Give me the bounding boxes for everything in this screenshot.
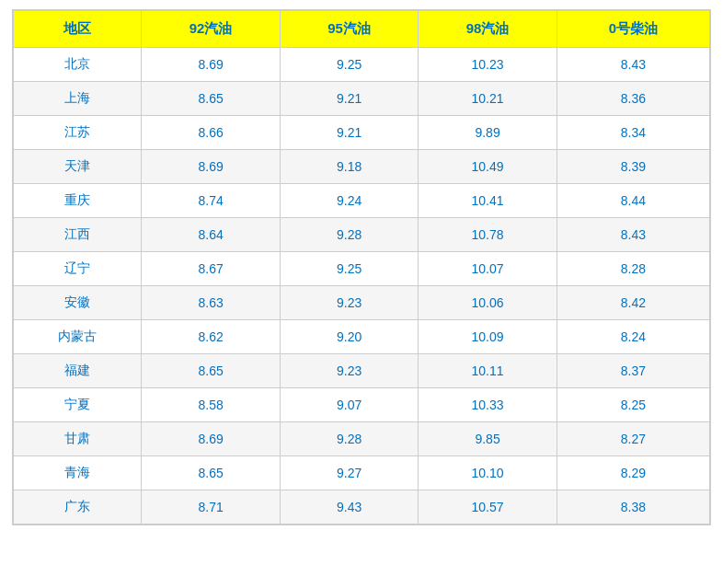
price-cell: 9.24: [280, 184, 418, 218]
price-cell: 9.85: [419, 422, 557, 456]
price-cell: 8.36: [557, 82, 709, 116]
price-cell: 8.44: [557, 184, 709, 218]
region-cell: 北京: [14, 48, 142, 82]
region-cell: 安徽: [14, 286, 142, 320]
region-cell: 青海: [14, 456, 142, 490]
region-cell: 宁夏: [14, 388, 142, 422]
price-cell: 8.27: [557, 422, 709, 456]
region-cell: 天津: [14, 150, 142, 184]
price-cell: 10.07: [419, 252, 557, 286]
price-cell: 10.78: [419, 218, 557, 252]
price-cell: 8.34: [557, 116, 709, 150]
price-cell: 8.67: [142, 252, 280, 286]
price-cell: 8.62: [142, 320, 280, 354]
table-row: 福建8.659.2310.118.37: [14, 354, 710, 388]
region-cell: 广东: [14, 490, 142, 525]
region-cell: 辽宁: [14, 252, 142, 286]
price-cell: 8.65: [142, 82, 280, 116]
table-row: 青海8.659.2710.108.29: [14, 456, 710, 490]
price-cell: 8.74: [142, 184, 280, 218]
price-cell: 8.25: [557, 388, 709, 422]
price-cell: 8.58: [142, 388, 280, 422]
price-cell: 10.49: [419, 150, 557, 184]
price-cell: 9.89: [419, 116, 557, 150]
price-cell: 9.21: [280, 116, 418, 150]
table-row: 天津8.699.1810.498.39: [14, 150, 710, 184]
table-row: 辽宁8.679.2510.078.28: [14, 252, 710, 286]
header-98: 98汽油: [419, 11, 557, 48]
table-row: 甘肃8.699.289.858.27: [14, 422, 710, 456]
price-cell: 8.38: [557, 490, 709, 525]
price-cell: 8.69: [142, 48, 280, 82]
region-cell: 上海: [14, 82, 142, 116]
price-cell: 8.64: [142, 218, 280, 252]
price-cell: 9.27: [280, 456, 418, 490]
table-row: 上海8.659.2110.218.36: [14, 82, 710, 116]
region-cell: 江西: [14, 218, 142, 252]
price-cell: 10.09: [419, 320, 557, 354]
price-cell: 8.66: [142, 116, 280, 150]
header-diesel: 0号柴油: [557, 11, 709, 48]
price-cell: 10.21: [419, 82, 557, 116]
price-cell: 9.28: [280, 422, 418, 456]
region-cell: 江苏: [14, 116, 142, 150]
table-header-row: 地区 92汽油 95汽油 98汽油 0号柴油: [14, 11, 710, 48]
price-cell: 8.28: [557, 252, 709, 286]
price-cell: 9.23: [280, 354, 418, 388]
fuel-price-table: 地区 92汽油 95汽油 98汽油 0号柴油 北京8.699.2510.238.…: [12, 9, 711, 525]
price-cell: 9.25: [280, 252, 418, 286]
price-cell: 9.21: [280, 82, 418, 116]
table-row: 内蒙古8.629.2010.098.24: [14, 320, 710, 354]
price-cell: 9.43: [280, 490, 418, 525]
table-row: 安徽8.639.2310.068.42: [14, 286, 710, 320]
price-cell: 10.41: [419, 184, 557, 218]
table-row: 江西8.649.2810.788.43: [14, 218, 710, 252]
price-cell: 9.28: [280, 218, 418, 252]
table-row: 宁夏8.589.0710.338.25: [14, 388, 710, 422]
header-95: 95汽油: [280, 11, 418, 48]
price-cell: 10.10: [419, 456, 557, 490]
price-cell: 9.23: [280, 286, 418, 320]
price-cell: 8.71: [142, 490, 280, 525]
price-cell: 10.57: [419, 490, 557, 525]
price-cell: 10.06: [419, 286, 557, 320]
table-row: 重庆8.749.2410.418.44: [14, 184, 710, 218]
price-cell: 9.07: [280, 388, 418, 422]
price-cell: 8.65: [142, 354, 280, 388]
region-cell: 内蒙古: [14, 320, 142, 354]
price-cell: 8.42: [557, 286, 709, 320]
region-cell: 福建: [14, 354, 142, 388]
price-cell: 8.43: [557, 48, 709, 82]
price-cell: 8.69: [142, 150, 280, 184]
table-row: 北京8.699.2510.238.43: [14, 48, 710, 82]
price-cell: 8.63: [142, 286, 280, 320]
price-cell: 9.20: [280, 320, 418, 354]
header-region: 地区: [14, 11, 142, 48]
price-cell: 8.43: [557, 218, 709, 252]
price-cell: 10.23: [419, 48, 557, 82]
region-cell: 甘肃: [14, 422, 142, 456]
price-cell: 8.39: [557, 150, 709, 184]
region-cell: 重庆: [14, 184, 142, 218]
price-cell: 8.29: [557, 456, 709, 490]
price-cell: 8.69: [142, 422, 280, 456]
price-cell: 8.37: [557, 354, 709, 388]
price-cell: 10.11: [419, 354, 557, 388]
table-row: 广东8.719.4310.578.38: [14, 490, 710, 525]
price-cell: 9.18: [280, 150, 418, 184]
price-cell: 8.65: [142, 456, 280, 490]
table-row: 江苏8.669.219.898.34: [14, 116, 710, 150]
price-cell: 10.33: [419, 388, 557, 422]
price-cell: 8.24: [557, 320, 709, 354]
price-cell: 9.25: [280, 48, 418, 82]
header-92: 92汽油: [142, 11, 280, 48]
